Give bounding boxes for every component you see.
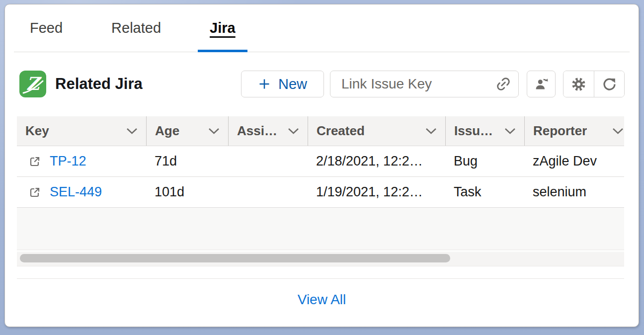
desktop-background: { "tabs": { "items": [ {"label": "Feed",… — [0, 0, 644, 335]
column-header-age[interactable]: Age — [146, 116, 228, 146]
cell-key: TP-12 — [17, 154, 146, 169]
refresh-button[interactable] — [594, 71, 624, 97]
panel-header: Z Related Jira New — [19, 70, 625, 98]
cell-issue-type: Task — [445, 184, 524, 200]
column-header-label: Issu… — [454, 123, 493, 139]
cell-age: 101d — [146, 184, 228, 200]
chevron-down-icon[interactable] — [126, 128, 138, 134]
view-all-link[interactable]: View All — [298, 292, 346, 307]
external-link-icon — [29, 156, 41, 168]
column-header-issue-type[interactable]: Issu… — [445, 116, 524, 146]
cell-reporter: selenium — [524, 184, 624, 200]
settings-button-group — [563, 71, 625, 97]
cell-created: 2/18/2021, 12:2… — [308, 154, 445, 169]
cell-age: 71d — [146, 154, 228, 169]
tab-label: Related — [111, 20, 161, 36]
issue-key-link[interactable]: SEL-449 — [50, 184, 102, 200]
tab-jira[interactable]: Jira — [198, 4, 247, 52]
card-footer: View All — [5, 292, 639, 308]
chevron-down-icon[interactable] — [425, 128, 437, 134]
new-button-label: New — [278, 76, 307, 92]
change-owner-icon — [534, 77, 549, 92]
tab-related[interactable]: Related — [99, 4, 173, 52]
column-header-label: Reporter — [533, 123, 587, 139]
table-body: TP-1271d2/18/2021, 12:2…BugzAgile DevSEL… — [17, 146, 624, 208]
panel-actions: New — [241, 71, 625, 97]
table-row: TP-1271d2/18/2021, 12:2…BugzAgile Dev — [17, 146, 624, 177]
panel-title: Related Jira — [55, 75, 143, 93]
scrollbar-thumb[interactable] — [20, 254, 450, 262]
link-icon — [495, 76, 511, 92]
table-row: SEL-449101d1/19/2021, 12:2…Taskselenium — [17, 177, 624, 208]
cell-created: 1/19/2021, 12:2… — [308, 184, 445, 200]
zagile-logo-icon: Z — [19, 71, 46, 97]
related-jira-table: KeyAgeAssi…CreatedIssu…Reporter TP-1271d… — [17, 116, 624, 266]
settings-gear-icon — [571, 77, 586, 92]
column-header-created[interactable]: Created — [308, 116, 445, 146]
tab-label: Jira — [210, 20, 236, 36]
tab-feed[interactable]: Feed — [18, 4, 75, 52]
column-header-label: Assi… — [237, 123, 277, 139]
new-button[interactable]: New — [241, 71, 324, 97]
cell-issue-type: Bug — [445, 154, 524, 169]
issue-key-link[interactable]: TP-12 — [50, 154, 86, 169]
column-header-reporter[interactable]: Reporter — [524, 116, 624, 146]
plus-icon — [258, 78, 271, 90]
table-header-row: KeyAgeAssi…CreatedIssu…Reporter — [17, 116, 624, 146]
link-issue-key-input[interactable] — [330, 71, 519, 97]
change-owner-button[interactable] — [527, 71, 556, 97]
column-header-assignee[interactable]: Assi… — [228, 116, 308, 146]
chevron-down-icon[interactable] — [504, 128, 516, 134]
horizontal-scrollbar[interactable] — [17, 250, 624, 266]
chevron-down-icon[interactable] — [612, 128, 624, 134]
tab-label: Feed — [30, 20, 63, 36]
related-jira-card: FeedRelatedJira Z Related Jira New — [4, 4, 639, 327]
column-header-label: Created — [317, 123, 365, 139]
table-empty-area — [17, 208, 624, 250]
cell-reporter: zAgile Dev — [524, 154, 624, 169]
footer-divider — [17, 278, 624, 279]
chevron-down-icon[interactable] — [208, 128, 220, 134]
external-link-icon — [29, 186, 41, 198]
settings-button[interactable] — [564, 71, 594, 97]
refresh-icon — [602, 77, 617, 92]
column-header-label: Age — [155, 123, 179, 139]
column-header-label: Key — [25, 123, 49, 139]
column-header-key[interactable]: Key — [17, 116, 146, 146]
tab-bar: FeedRelatedJira — [14, 4, 630, 52]
chevron-down-icon[interactable] — [288, 128, 299, 134]
cell-key: SEL-449 — [17, 184, 146, 200]
link-issue-key-field — [330, 71, 519, 97]
